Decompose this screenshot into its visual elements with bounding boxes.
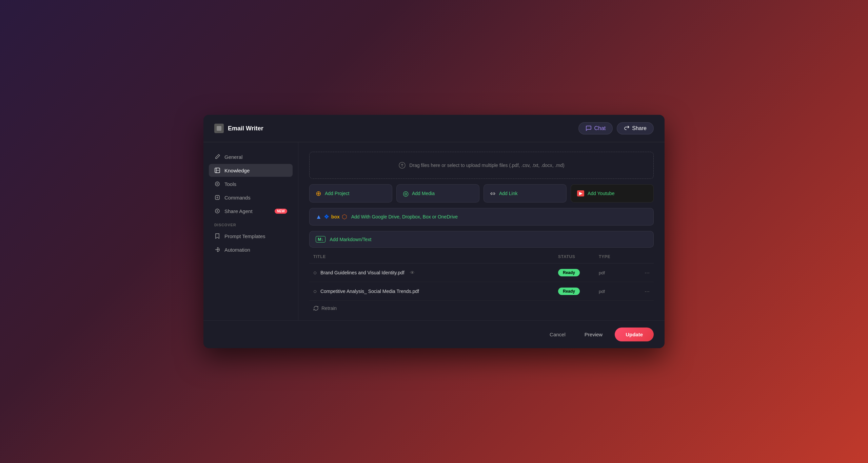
add-youtube-label: Add Youtube — [588, 191, 614, 196]
sidebar-item-share-agent[interactable]: Share Agent NEW — [209, 205, 293, 217]
chat-icon — [586, 125, 592, 131]
app-icon — [214, 124, 224, 133]
project-icon: ⊕ — [316, 189, 321, 197]
sidebar-item-label: Automation — [224, 247, 250, 253]
chat-label: Chat — [594, 125, 606, 131]
file-title-2: Competitive Analysis_ Social Media Trend… — [320, 289, 419, 294]
pencil-icon — [214, 154, 220, 160]
col-actions — [633, 254, 650, 259]
status-badge-2: Ready — [558, 288, 580, 295]
box-icon: box — [331, 214, 340, 219]
file-type-1: pdf — [599, 270, 633, 275]
sidebar-item-label: Prompt Templates — [224, 233, 265, 239]
main-content: Drag files here or select to upload mult… — [298, 142, 665, 320]
bookmark-icon — [214, 233, 220, 239]
media-icon: ◎ — [403, 189, 409, 197]
update-button[interactable]: Update — [615, 328, 654, 341]
share-agent-icon — [214, 208, 220, 214]
gdrive-icon: ▲ — [316, 213, 322, 220]
share-icon — [624, 126, 629, 131]
header-right: Chat Share — [578, 122, 654, 134]
upload-text: Drag files here or select to upload mult… — [409, 163, 564, 168]
retrain-label: Retrain — [321, 306, 337, 311]
table-row: ○ Competitive Analysis_ Social Media Tre… — [309, 282, 654, 301]
table-header: TITLE STATUS TYPE — [309, 254, 654, 264]
more-options-1[interactable]: ··· — [633, 269, 650, 276]
svg-point-2 — [217, 183, 218, 185]
add-youtube-button[interactable]: ▶ Add Youtube — [571, 184, 654, 203]
sidebar-item-tools[interactable]: Tools — [209, 177, 293, 190]
action-buttons-grid: ⊕ Add Project ◎ Add Media ⇔ Add Link ▶ A… — [309, 184, 654, 203]
upload-area[interactable]: Drag files here or select to upload mult… — [309, 152, 654, 179]
upload-icon — [398, 162, 406, 169]
add-media-button[interactable]: ◎ Add Media — [396, 184, 479, 203]
cancel-button[interactable]: Cancel — [543, 328, 572, 341]
markdown-icon: M↓ — [316, 236, 326, 243]
add-cloud-button[interactable]: ▲ ❖ box ⬡ Add With Google Drive, Dropbox… — [309, 208, 654, 226]
retrain-icon — [313, 306, 319, 311]
cloud-label: Add With Google Drive, Dropbox, Box or O… — [351, 214, 458, 219]
file-title-1: Brand Guidelines and Visual Identity.pdf — [320, 270, 405, 275]
sidebar-item-general[interactable]: General — [209, 150, 293, 163]
sidebar-item-commands[interactable]: Commands — [209, 191, 293, 204]
main-modal: Email Writer Chat Share — [203, 115, 665, 348]
sidebar-item-label: Share Agent — [224, 208, 253, 214]
retrain-button[interactable]: Retrain — [309, 301, 654, 311]
sidebar-item-prompt-templates[interactable]: Prompt Templates — [209, 230, 293, 243]
sidebar: General Knowledge Tools — [203, 142, 298, 320]
more-options-2[interactable]: ··· — [633, 288, 650, 295]
add-project-button[interactable]: ⊕ Add Project — [309, 184, 392, 203]
sidebar-item-knowledge[interactable]: Knowledge — [209, 164, 293, 177]
markdown-label: Add Markdown/Text — [330, 237, 371, 242]
file-icon-2: ○ — [313, 288, 317, 295]
status-cell-1: Ready — [558, 269, 599, 276]
svg-rect-0 — [217, 126, 221, 131]
status-badge-1: Ready — [558, 269, 580, 276]
app-title: Email Writer — [228, 125, 263, 132]
file-icon-1: ○ — [313, 269, 317, 276]
preview-button[interactable]: Preview — [578, 328, 609, 341]
command-icon — [214, 194, 220, 201]
sidebar-item-label: Commands — [224, 195, 251, 201]
col-type: TYPE — [599, 254, 633, 259]
eye-icon-1[interactable]: 👁 — [410, 270, 415, 275]
sidebar-item-label: Knowledge — [224, 168, 250, 173]
new-badge: NEW — [275, 209, 287, 214]
files-table: TITLE STATUS TYPE ○ Brand Guidelines and… — [309, 254, 654, 311]
onedrive-icon: ⬡ — [342, 213, 347, 220]
modal-footer: Cancel Preview Update — [203, 320, 665, 348]
dropbox-icon: ❖ — [324, 213, 329, 220]
file-name-1: ○ Brand Guidelines and Visual Identity.p… — [313, 269, 558, 276]
header-left: Email Writer — [214, 124, 263, 133]
cloud-service-icons: ▲ ❖ box ⬡ — [316, 213, 347, 220]
add-link-button[interactable]: ⇔ Add Link — [484, 184, 567, 203]
automation-icon — [214, 247, 220, 253]
add-project-label: Add Project — [325, 191, 349, 196]
link-icon: ⇔ — [490, 189, 496, 197]
status-cell-2: Ready — [558, 288, 599, 295]
sidebar-item-automation[interactable]: Automation — [209, 243, 293, 256]
add-link-label: Add Link — [499, 191, 517, 196]
modal-header: Email Writer Chat Share — [203, 115, 665, 142]
col-title: TITLE — [313, 254, 558, 259]
file-name-2: ○ Competitive Analysis_ Social Media Tre… — [313, 288, 558, 295]
add-media-label: Add Media — [412, 191, 435, 196]
add-markdown-button[interactable]: M↓ Add Markdown/Text — [309, 231, 654, 248]
sidebar-item-label: Tools — [224, 181, 236, 187]
table-row: ○ Brand Guidelines and Visual Identity.p… — [309, 264, 654, 282]
chat-button[interactable]: Chat — [578, 122, 613, 134]
share-label: Share — [632, 125, 647, 131]
youtube-icon: ▶ — [577, 190, 584, 196]
discover-label: DISCOVER — [214, 223, 293, 227]
sidebar-item-label: General — [224, 154, 242, 160]
tools-icon — [214, 181, 220, 187]
modal-body: General Knowledge Tools — [203, 142, 665, 320]
book-icon — [214, 167, 220, 173]
col-status: STATUS — [558, 254, 599, 259]
share-button[interactable]: Share — [617, 122, 654, 134]
file-type-2: pdf — [599, 289, 633, 294]
